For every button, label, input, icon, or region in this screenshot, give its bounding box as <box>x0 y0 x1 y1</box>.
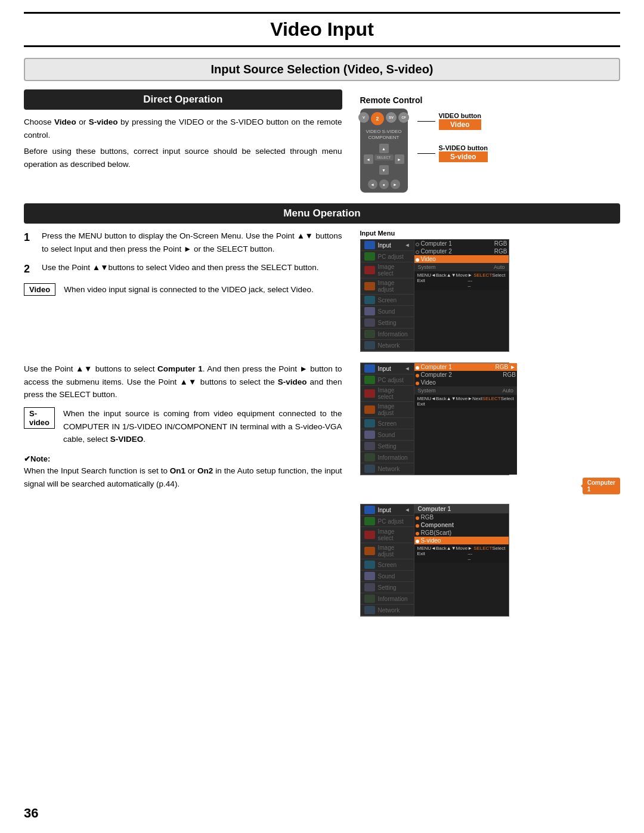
remote-down-btn[interactable]: ▼ <box>379 165 389 175</box>
menu2-input-icon <box>364 364 375 373</box>
bottom-body1: Use the Point ▲▼ buttons to select Compu… <box>24 363 342 401</box>
menu2-system-row: SystemAuto <box>414 386 517 395</box>
remote-up-btn[interactable]: ▲ <box>379 144 389 153</box>
remote-extra2-btn[interactable]: ● <box>379 179 389 189</box>
step1-text: Press the MENU button to display the On-… <box>42 230 342 255</box>
remote-num2-btn[interactable]: 2 <box>371 112 384 125</box>
remote-control-section: Remote Control V 2 SV CP VIDEO S-VIDEO C… <box>360 95 621 193</box>
menu-screen-2-wrapper: Input ◄ PC adjust Image select Image adj… <box>360 363 621 497</box>
menu1-screen-row: Screen <box>361 295 414 306</box>
remote-extra3-btn[interactable]: ► <box>391 179 400 189</box>
menu1-info-row: Information <box>361 329 414 340</box>
menu1-system-row: SystemAuto <box>414 263 509 271</box>
remote-control-label: Remote Control <box>360 95 621 105</box>
menu2-network-icon <box>364 465 375 473</box>
menu2-setting-row: Setting <box>361 441 414 452</box>
imgsel-icon <box>364 266 375 274</box>
menu2-pc-row: PC adjust <box>361 374 414 386</box>
menu-screen-2: Input ◄ PC adjust Image select Image adj… <box>360 363 509 475</box>
menu3-rgbscart-item: RGB(Scart) <box>414 529 509 537</box>
video-inline-tag: Video <box>24 283 55 296</box>
menu3-pc-row: PC adjust <box>361 516 414 527</box>
menu1-bottom-bar: MENU Exit◄Back▲▼Move► -----SELECTSelect <box>414 271 509 290</box>
remote-image: V 2 SV CP VIDEO S-VIDEO COMPONENT ▲ ◄ SE… <box>360 109 408 193</box>
menu3-info-icon <box>364 594 375 603</box>
menu3-rgb-item: RGB <box>414 513 509 521</box>
step1-row: 1 Press the MENU button to display the O… <box>24 230 342 255</box>
menu3-imgadj-row: Image adjust <box>361 543 414 559</box>
menu1-setting-row: Setting <box>361 317 414 329</box>
menu3-svideo-item: S-video <box>414 537 509 544</box>
menu2-network-row: Network <box>361 463 414 475</box>
page-title: Video Input <box>24 12 620 47</box>
setting-icon <box>364 318 375 327</box>
direct-op-body1: Choose Video or S-video by pressing the … <box>24 116 342 141</box>
svideo-button-label-row: S-VIDEO button S-video <box>417 144 488 162</box>
pc-icon <box>364 252 375 261</box>
menu1-video-item: Video <box>414 255 509 263</box>
menu2-setting-icon <box>364 442 375 450</box>
menu2-input-row: Input ◄ <box>361 363 414 374</box>
remote-left-btn[interactable]: ◄ <box>364 154 373 164</box>
video-tag: Video <box>439 119 482 130</box>
menu-op-header: Menu Operation <box>24 203 620 224</box>
menu2-comp1-item: Computer 1 RGB ► <box>414 363 517 371</box>
remote-svideo-btn[interactable]: SV <box>386 112 397 123</box>
step2-text: Use the Point ▲▼buttons to select Video … <box>42 261 319 277</box>
video-button-label-row: VIDEO button Video <box>417 112 488 130</box>
step1-num: 1 <box>24 230 36 255</box>
menu2-imgsel-icon <box>364 389 375 398</box>
svideo-tag: S-video <box>439 151 488 162</box>
section-title: Input Source Selection (Video, S-video) <box>24 58 620 81</box>
note-body: When the Input Search function is set to… <box>24 465 342 490</box>
video-note: When video input signal is connected to … <box>64 283 314 296</box>
menu3-bottom-bar: MENU Exit◄Back▲▼Move► -----SELECTSelect <box>414 544 509 563</box>
menu1-sound-row: Sound <box>361 306 414 317</box>
menu3-network-icon <box>364 606 375 614</box>
menu3-screen-row: Screen <box>361 559 414 571</box>
menu3-setting-icon <box>364 583 375 592</box>
menu2-imgsel-row: Image select <box>361 386 414 402</box>
menu3-component-item: Component <box>414 521 509 529</box>
computer-bubble: Computer1 <box>583 478 620 494</box>
menu1-imgadj-row: Image adjust <box>361 278 414 295</box>
menu1-comp1-item: Computer 1 RGB <box>414 240 509 247</box>
computer-bubble-wrapper: Computer1 <box>360 478 621 494</box>
menu3-submenu-title: Computer 1 <box>414 504 509 513</box>
menu2-video-item: Video <box>414 379 517 386</box>
menu3-info-row: Information <box>361 593 414 605</box>
menu3-input-row: Input ◄ <box>361 504 414 516</box>
remote-video-btn[interactable]: V <box>358 112 369 123</box>
menu3-imgsel-icon <box>364 531 375 539</box>
svideo-inline-tag: S-video <box>24 407 55 429</box>
menu1-comp2-item: Computer 2 RGB <box>414 247 509 255</box>
remote-select-btn[interactable]: SELECT <box>374 154 394 160</box>
menu2-comp2-item: Computer 2 RGB <box>414 371 517 379</box>
video-button-label: VIDEO button <box>439 112 482 119</box>
imgadj-icon <box>364 282 375 290</box>
menu2-screen-icon <box>364 419 375 428</box>
page-number: 36 <box>24 806 38 821</box>
network-icon <box>364 341 375 349</box>
step2-row: 2 Use the Point ▲▼buttons to select Vide… <box>24 261 342 277</box>
menu2-sound-icon <box>364 431 375 439</box>
remote-right-btn[interactable]: ► <box>395 154 404 164</box>
menu-screen-1: Input ◄ PC adjust Image select Image adj… <box>360 239 509 352</box>
menu-screen-3: Input ◄ PC adjust Image select Image adj… <box>360 504 509 617</box>
menu2-pc-icon <box>364 376 375 384</box>
svideo-inline-note: When the input source is coming from vid… <box>63 407 342 446</box>
menu2-info-icon <box>364 453 375 462</box>
menu2-imgadj-icon <box>364 405 375 414</box>
menu1-network-row: Network <box>361 340 414 351</box>
menu3-pc-icon <box>364 517 375 525</box>
menu3-sound-row: Sound <box>361 571 414 582</box>
direct-op-header: Direct Operation <box>24 89 342 110</box>
menu3-sound-icon <box>364 572 375 580</box>
menu2-sound-row: Sound <box>361 429 414 441</box>
remote-comp-btn[interactable]: CP <box>398 112 409 123</box>
remote-extra1-btn[interactable]: ◄ <box>368 179 377 189</box>
menu2-info-row: Information <box>361 452 414 463</box>
info-icon <box>364 330 375 338</box>
input-icon <box>364 241 375 249</box>
menu-op-section: Menu Operation 1 Press the MENU button t… <box>24 203 620 352</box>
